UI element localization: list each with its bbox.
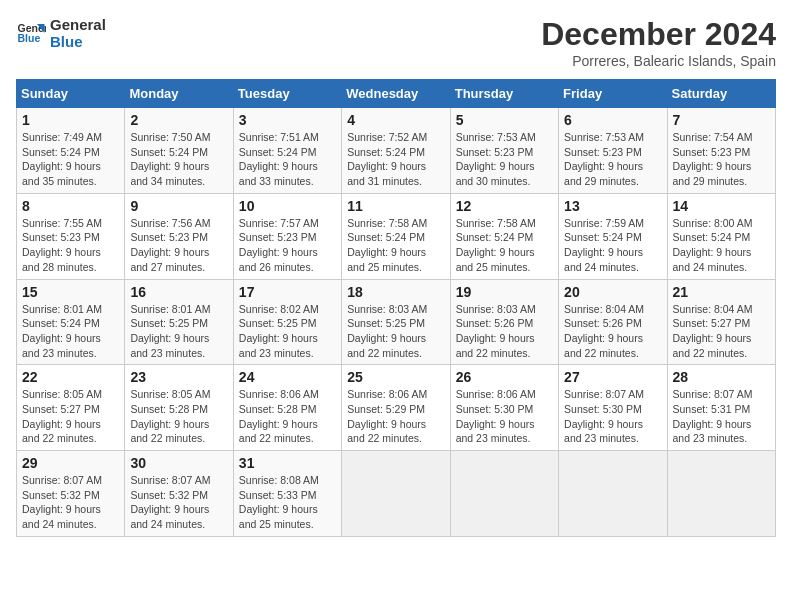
day-info: Sunrise: 8:04 AM Sunset: 5:26 PM Dayligh… bbox=[564, 302, 661, 361]
calendar-cell: 27Sunrise: 8:07 AM Sunset: 5:30 PM Dayli… bbox=[559, 365, 667, 451]
calendar-cell: 7Sunrise: 7:54 AM Sunset: 5:23 PM Daylig… bbox=[667, 108, 775, 194]
calendar-cell: 5Sunrise: 7:53 AM Sunset: 5:23 PM Daylig… bbox=[450, 108, 558, 194]
col-wednesday: Wednesday bbox=[342, 80, 450, 108]
day-info: Sunrise: 7:56 AM Sunset: 5:23 PM Dayligh… bbox=[130, 216, 227, 275]
day-info: Sunrise: 8:03 AM Sunset: 5:25 PM Dayligh… bbox=[347, 302, 444, 361]
day-number: 6 bbox=[564, 112, 661, 128]
col-saturday: Saturday bbox=[667, 80, 775, 108]
calendar-cell: 20Sunrise: 8:04 AM Sunset: 5:26 PM Dayli… bbox=[559, 279, 667, 365]
logo-line1: General bbox=[50, 16, 106, 33]
calendar-cell: 13Sunrise: 7:59 AM Sunset: 5:24 PM Dayli… bbox=[559, 193, 667, 279]
table-row: 22Sunrise: 8:05 AM Sunset: 5:27 PM Dayli… bbox=[17, 365, 776, 451]
logo-icon: General Blue bbox=[16, 18, 46, 48]
day-number: 9 bbox=[130, 198, 227, 214]
calendar-cell bbox=[559, 451, 667, 537]
day-number: 15 bbox=[22, 284, 119, 300]
day-number: 1 bbox=[22, 112, 119, 128]
day-number: 23 bbox=[130, 369, 227, 385]
day-info: Sunrise: 7:54 AM Sunset: 5:23 PM Dayligh… bbox=[673, 130, 770, 189]
day-number: 29 bbox=[22, 455, 119, 471]
day-info: Sunrise: 8:02 AM Sunset: 5:25 PM Dayligh… bbox=[239, 302, 336, 361]
calendar-cell: 18Sunrise: 8:03 AM Sunset: 5:25 PM Dayli… bbox=[342, 279, 450, 365]
day-number: 3 bbox=[239, 112, 336, 128]
day-number: 17 bbox=[239, 284, 336, 300]
day-info: Sunrise: 7:58 AM Sunset: 5:24 PM Dayligh… bbox=[347, 216, 444, 275]
day-number: 20 bbox=[564, 284, 661, 300]
day-number: 5 bbox=[456, 112, 553, 128]
calendar-cell: 8Sunrise: 7:55 AM Sunset: 5:23 PM Daylig… bbox=[17, 193, 125, 279]
day-info: Sunrise: 8:04 AM Sunset: 5:27 PM Dayligh… bbox=[673, 302, 770, 361]
col-monday: Monday bbox=[125, 80, 233, 108]
table-row: 8Sunrise: 7:55 AM Sunset: 5:23 PM Daylig… bbox=[17, 193, 776, 279]
calendar-cell: 25Sunrise: 8:06 AM Sunset: 5:29 PM Dayli… bbox=[342, 365, 450, 451]
calendar-cell: 23Sunrise: 8:05 AM Sunset: 5:28 PM Dayli… bbox=[125, 365, 233, 451]
calendar-cell: 14Sunrise: 8:00 AM Sunset: 5:24 PM Dayli… bbox=[667, 193, 775, 279]
calendar-cell: 1Sunrise: 7:49 AM Sunset: 5:24 PM Daylig… bbox=[17, 108, 125, 194]
day-number: 24 bbox=[239, 369, 336, 385]
day-info: Sunrise: 8:00 AM Sunset: 5:24 PM Dayligh… bbox=[673, 216, 770, 275]
day-number: 4 bbox=[347, 112, 444, 128]
day-number: 22 bbox=[22, 369, 119, 385]
day-info: Sunrise: 7:53 AM Sunset: 5:23 PM Dayligh… bbox=[564, 130, 661, 189]
day-info: Sunrise: 8:03 AM Sunset: 5:26 PM Dayligh… bbox=[456, 302, 553, 361]
svg-text:Blue: Blue bbox=[18, 32, 41, 44]
day-info: Sunrise: 8:07 AM Sunset: 5:32 PM Dayligh… bbox=[130, 473, 227, 532]
day-info: Sunrise: 7:49 AM Sunset: 5:24 PM Dayligh… bbox=[22, 130, 119, 189]
calendar-subtitle: Porreres, Balearic Islands, Spain bbox=[541, 53, 776, 69]
calendar-cell: 11Sunrise: 7:58 AM Sunset: 5:24 PM Dayli… bbox=[342, 193, 450, 279]
col-friday: Friday bbox=[559, 80, 667, 108]
day-number: 16 bbox=[130, 284, 227, 300]
col-thursday: Thursday bbox=[450, 80, 558, 108]
day-info: Sunrise: 8:01 AM Sunset: 5:24 PM Dayligh… bbox=[22, 302, 119, 361]
calendar-cell bbox=[342, 451, 450, 537]
title-block: December 2024 Porreres, Balearic Islands… bbox=[541, 16, 776, 69]
day-info: Sunrise: 7:58 AM Sunset: 5:24 PM Dayligh… bbox=[456, 216, 553, 275]
day-number: 25 bbox=[347, 369, 444, 385]
logo-line2: Blue bbox=[50, 33, 106, 50]
day-number: 21 bbox=[673, 284, 770, 300]
calendar-cell: 2Sunrise: 7:50 AM Sunset: 5:24 PM Daylig… bbox=[125, 108, 233, 194]
day-number: 11 bbox=[347, 198, 444, 214]
day-info: Sunrise: 8:08 AM Sunset: 5:33 PM Dayligh… bbox=[239, 473, 336, 532]
calendar-cell: 21Sunrise: 8:04 AM Sunset: 5:27 PM Dayli… bbox=[667, 279, 775, 365]
calendar-cell: 22Sunrise: 8:05 AM Sunset: 5:27 PM Dayli… bbox=[17, 365, 125, 451]
day-info: Sunrise: 7:59 AM Sunset: 5:24 PM Dayligh… bbox=[564, 216, 661, 275]
calendar-cell: 3Sunrise: 7:51 AM Sunset: 5:24 PM Daylig… bbox=[233, 108, 341, 194]
day-info: Sunrise: 8:06 AM Sunset: 5:30 PM Dayligh… bbox=[456, 387, 553, 446]
calendar-cell: 10Sunrise: 7:57 AM Sunset: 5:23 PM Dayli… bbox=[233, 193, 341, 279]
day-number: 19 bbox=[456, 284, 553, 300]
day-info: Sunrise: 7:52 AM Sunset: 5:24 PM Dayligh… bbox=[347, 130, 444, 189]
day-number: 26 bbox=[456, 369, 553, 385]
calendar-cell bbox=[667, 451, 775, 537]
calendar-cell: 4Sunrise: 7:52 AM Sunset: 5:24 PM Daylig… bbox=[342, 108, 450, 194]
calendar-cell bbox=[450, 451, 558, 537]
calendar-cell: 28Sunrise: 8:07 AM Sunset: 5:31 PM Dayli… bbox=[667, 365, 775, 451]
calendar-cell: 12Sunrise: 7:58 AM Sunset: 5:24 PM Dayli… bbox=[450, 193, 558, 279]
day-number: 8 bbox=[22, 198, 119, 214]
day-info: Sunrise: 7:57 AM Sunset: 5:23 PM Dayligh… bbox=[239, 216, 336, 275]
day-number: 27 bbox=[564, 369, 661, 385]
header: General Blue General Blue December 2024 … bbox=[16, 16, 776, 69]
day-number: 30 bbox=[130, 455, 227, 471]
day-info: Sunrise: 8:06 AM Sunset: 5:28 PM Dayligh… bbox=[239, 387, 336, 446]
calendar-cell: 19Sunrise: 8:03 AM Sunset: 5:26 PM Dayli… bbox=[450, 279, 558, 365]
calendar-cell: 30Sunrise: 8:07 AM Sunset: 5:32 PM Dayli… bbox=[125, 451, 233, 537]
logo: General Blue General Blue bbox=[16, 16, 106, 50]
day-info: Sunrise: 8:06 AM Sunset: 5:29 PM Dayligh… bbox=[347, 387, 444, 446]
calendar-cell: 15Sunrise: 8:01 AM Sunset: 5:24 PM Dayli… bbox=[17, 279, 125, 365]
day-info: Sunrise: 8:05 AM Sunset: 5:28 PM Dayligh… bbox=[130, 387, 227, 446]
calendar-cell: 31Sunrise: 8:08 AM Sunset: 5:33 PM Dayli… bbox=[233, 451, 341, 537]
calendar-cell: 17Sunrise: 8:02 AM Sunset: 5:25 PM Dayli… bbox=[233, 279, 341, 365]
header-row: Sunday Monday Tuesday Wednesday Thursday… bbox=[17, 80, 776, 108]
day-info: Sunrise: 7:53 AM Sunset: 5:23 PM Dayligh… bbox=[456, 130, 553, 189]
table-row: 15Sunrise: 8:01 AM Sunset: 5:24 PM Dayli… bbox=[17, 279, 776, 365]
calendar-cell: 26Sunrise: 8:06 AM Sunset: 5:30 PM Dayli… bbox=[450, 365, 558, 451]
table-row: 1Sunrise: 7:49 AM Sunset: 5:24 PM Daylig… bbox=[17, 108, 776, 194]
col-tuesday: Tuesday bbox=[233, 80, 341, 108]
day-number: 7 bbox=[673, 112, 770, 128]
day-number: 14 bbox=[673, 198, 770, 214]
day-info: Sunrise: 7:55 AM Sunset: 5:23 PM Dayligh… bbox=[22, 216, 119, 275]
calendar-cell: 9Sunrise: 7:56 AM Sunset: 5:23 PM Daylig… bbox=[125, 193, 233, 279]
day-number: 18 bbox=[347, 284, 444, 300]
day-number: 10 bbox=[239, 198, 336, 214]
